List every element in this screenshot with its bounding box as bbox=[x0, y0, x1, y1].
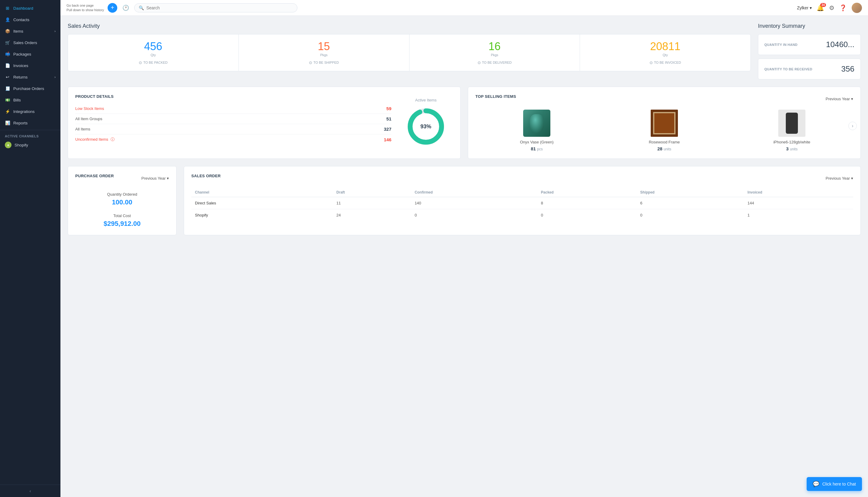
row-1-invoiced: 1 bbox=[744, 209, 853, 221]
sidebar-item-shopify[interactable]: a Shopify bbox=[0, 139, 60, 151]
sidebar-label-integrations: Integrations bbox=[13, 109, 35, 114]
file-icon: 📄 bbox=[5, 63, 10, 68]
col-draft: Draft bbox=[333, 188, 411, 197]
box-icon: 📦 bbox=[5, 28, 10, 34]
invoiced-status: ⊙ TO BE INVOICED bbox=[587, 60, 743, 65]
sidebar-item-bills[interactable]: 💵 Bills bbox=[0, 94, 60, 106]
help-icon: ❓ bbox=[839, 4, 847, 11]
avatar[interactable] bbox=[852, 3, 862, 13]
phone-shape bbox=[786, 113, 798, 134]
sidebar-item-items[interactable]: 📦 Items › bbox=[0, 25, 60, 37]
sales-activity-section: Sales Activity 456 Qty ⊙ TO BE PACKED 15… bbox=[68, 23, 751, 80]
help-button[interactable]: ❓ bbox=[839, 4, 847, 12]
activity-card-packed: 456 Qty ⊙ TO BE PACKED bbox=[68, 34, 239, 71]
active-channels-label: ACTIVE CHANNELS bbox=[0, 130, 60, 139]
carousel-next-btn[interactable]: › bbox=[848, 122, 857, 130]
sidebar-item-integrations[interactable]: ⚡ Integrations bbox=[0, 106, 60, 117]
search-input[interactable] bbox=[146, 5, 293, 10]
sidebar-item-purchase-orders[interactable]: 🧾 Purchase Orders bbox=[0, 83, 60, 94]
sidebar-label-bills: Bills bbox=[13, 98, 21, 102]
sidebar-item-sales-orders[interactable]: 🛒 Sales Orders bbox=[0, 37, 60, 48]
chat-label: Click here to Chat bbox=[822, 482, 856, 486]
purchase-order-body: Quantity Ordered 100.00 Total Cost $295,… bbox=[75, 192, 169, 228]
item-qty-1: 28 units bbox=[657, 146, 671, 151]
purchase-order-period-select[interactable]: Previous Year ▾ bbox=[141, 176, 169, 181]
notification-button[interactable]: 🔔 34 bbox=[817, 4, 824, 12]
chat-button[interactable]: 💬 Click here to Chat bbox=[807, 477, 862, 491]
product-details-title: PRODUCT DETAILS bbox=[75, 94, 391, 99]
invoiced-label: Qty bbox=[587, 53, 743, 57]
delivered-number: 16 bbox=[417, 41, 573, 53]
history-button[interactable]: 🕐 bbox=[121, 3, 130, 13]
item-image-frame bbox=[651, 110, 678, 137]
sidebar-item-dashboard[interactable]: ⊞ Dashboard bbox=[0, 2, 60, 14]
user-dropdown-icon: ▾ bbox=[810, 5, 812, 10]
sales-order-period-label: Previous Year bbox=[826, 176, 850, 181]
shopify-icon: a bbox=[5, 142, 12, 148]
sidebar: ⊞ Dashboard 👤 Contacts 📦 Items › 🛒 Sales… bbox=[0, 0, 60, 497]
shipped-number: 15 bbox=[246, 41, 402, 53]
sidebar-label-sales-orders: Sales Orders bbox=[13, 41, 37, 45]
packed-label: Qty bbox=[75, 53, 231, 57]
purchase-order-header: PURCHASE ORDER Previous Year ▾ bbox=[75, 174, 169, 183]
inventory-card-hand: QUANTITY IN HAND 10460... bbox=[758, 34, 861, 55]
sidebar-item-contacts[interactable]: 👤 Contacts bbox=[0, 14, 60, 25]
user-menu[interactable]: Zylker ▾ bbox=[797, 5, 812, 10]
sidebar-item-packages[interactable]: 📫 Packages bbox=[0, 48, 60, 60]
item-groups-label: All Item Groups bbox=[75, 116, 102, 121]
po-metric-cost: Total Cost $295,912.00 bbox=[104, 213, 140, 228]
settings-button[interactable]: ⚙ bbox=[829, 4, 835, 12]
activity-card-invoiced: 20811 Qty ⊙ TO BE INVOICED bbox=[580, 34, 750, 71]
bill-icon: 💵 bbox=[5, 97, 10, 103]
gear-icon: ⚙ bbox=[829, 4, 835, 11]
inventory-card-received: QUANTITY TO BE RECEIVED 356 bbox=[758, 59, 861, 80]
top-selling-item-1: Rosewood Frame 28 units bbox=[603, 110, 726, 151]
delivered-label: Pkgs bbox=[417, 53, 573, 57]
unconfirmed-label[interactable]: Unconfirmed Items ⓘ bbox=[75, 137, 114, 142]
inventory-hand-value: 10460... bbox=[826, 40, 854, 49]
dropdown-icon: ▾ bbox=[851, 97, 853, 101]
inventory-summary-section: Inventory Summary QUANTITY IN HAND 10460… bbox=[758, 23, 861, 80]
row-1-draft: 24 bbox=[333, 209, 411, 221]
product-row-item-groups: All Item Groups 51 bbox=[75, 114, 391, 124]
chevron-right-icon-2: › bbox=[54, 75, 56, 79]
inventory-received-label: QUANTITY TO BE RECEIVED bbox=[764, 67, 812, 71]
sidebar-item-invoices[interactable]: 📄 Invoices bbox=[0, 60, 60, 71]
sales-order-title: SALES ORDER bbox=[191, 174, 221, 178]
sales-order-card: SALES ORDER Previous Year ▾ Channel Draf… bbox=[184, 166, 861, 235]
donut-chart: 93% bbox=[405, 105, 447, 148]
row-0-channel: Direct Sales bbox=[191, 197, 333, 209]
top-selling-period-select[interactable]: Previous Year ▾ bbox=[826, 97, 853, 101]
sales-order-table-header-row: Channel Draft Confirmed Packed Shipped I… bbox=[191, 188, 853, 197]
sidebar-collapse-btn[interactable]: ‹ bbox=[0, 485, 60, 497]
product-details-left: PRODUCT DETAILS Low Stock Items 59 All I… bbox=[75, 94, 391, 151]
add-button[interactable]: + bbox=[108, 3, 117, 13]
purchase-icon: 🧾 bbox=[5, 86, 10, 91]
sidebar-nav-top: ⊞ Dashboard 👤 Contacts 📦 Items › 🛒 Sales… bbox=[0, 0, 60, 130]
grid-icon: ⊞ bbox=[5, 5, 10, 11]
row-1-shipped: 0 bbox=[636, 209, 744, 221]
po-metric-quantity: Quantity Ordered 100.00 bbox=[107, 192, 137, 206]
clock-icon: 🕐 bbox=[122, 4, 129, 11]
sales-order-period-select[interactable]: Previous Year ▾ bbox=[826, 176, 853, 181]
sidebar-label-packages: Packages bbox=[13, 52, 31, 56]
product-row-all-items: All Items 327 bbox=[75, 124, 391, 134]
item-image-phone bbox=[778, 110, 805, 137]
person-icon: 👤 bbox=[5, 17, 10, 22]
inventory-summary-title: Inventory Summary bbox=[758, 23, 861, 29]
purchase-order-period-label: Previous Year bbox=[141, 176, 166, 181]
circle-check-icon-3: ⊙ bbox=[478, 60, 481, 65]
sidebar-item-reports[interactable]: 📊 Reports bbox=[0, 117, 60, 129]
top-selling-items-list: Onyx Vase (Green) 81 pcs Rosewood Frame … bbox=[476, 110, 853, 151]
sidebar-item-returns[interactable]: ↩ Returns › bbox=[0, 71, 60, 83]
product-row-unconfirmed: Unconfirmed Items ⓘ 146 bbox=[75, 134, 391, 145]
avatar-image bbox=[852, 3, 862, 13]
user-name-label: Zylker bbox=[797, 5, 809, 10]
search-bar[interactable]: 🔍 bbox=[134, 3, 298, 12]
sidebar-label-items: Items bbox=[13, 29, 23, 33]
top-selling-header: TOP SELLING ITEMS Previous Year ▾ bbox=[476, 94, 853, 103]
top-selling-title: TOP SELLING ITEMS bbox=[476, 94, 516, 99]
donut-percent: 93% bbox=[421, 124, 431, 130]
item-image-vase bbox=[523, 110, 550, 137]
low-stock-label[interactable]: Low Stock Items bbox=[75, 106, 104, 111]
